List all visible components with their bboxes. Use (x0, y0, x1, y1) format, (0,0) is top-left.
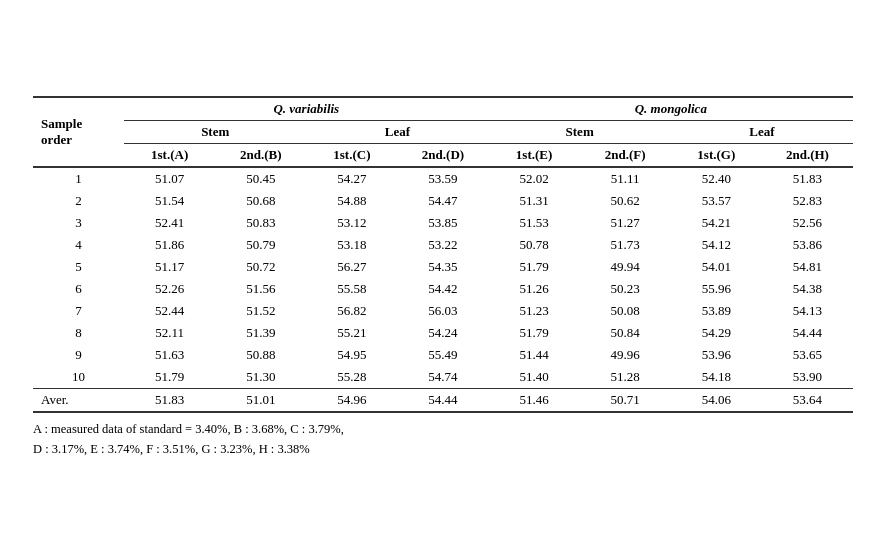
data-cell: 54.44 (762, 322, 853, 344)
data-cell: 53.90 (762, 366, 853, 389)
data-cell: 52.56 (762, 212, 853, 234)
data-cell: 54.24 (397, 322, 488, 344)
data-cell: 50.72 (215, 256, 306, 278)
data-cell: 54.47 (397, 190, 488, 212)
data-cell: 55.96 (671, 278, 762, 300)
data-cell: 55.21 (306, 322, 397, 344)
data-cell: 53.59 (397, 167, 488, 190)
sample-order-cell: 5 (33, 256, 124, 278)
col-F-header: 2nd.(F) (580, 144, 671, 168)
data-cell: 52.02 (489, 167, 580, 190)
data-cell: 50.88 (215, 344, 306, 366)
data-cell: 55.28 (306, 366, 397, 389)
data-cell: 51.40 (489, 366, 580, 389)
data-cell: 53.12 (306, 212, 397, 234)
data-cell: 55.49 (397, 344, 488, 366)
data-cell: 50.78 (489, 234, 580, 256)
col-H-header: 2nd.(H) (762, 144, 853, 168)
col-A-header: 1st.(A) (124, 144, 215, 168)
data-cell: 54.27 (306, 167, 397, 190)
sample-order-cell: 1 (33, 167, 124, 190)
data-cell: 54.42 (397, 278, 488, 300)
data-cell: 53.96 (671, 344, 762, 366)
data-cell: 53.18 (306, 234, 397, 256)
data-cell: 50.45 (215, 167, 306, 190)
variabilis-leaf-header: Leaf (306, 121, 488, 144)
data-cell: 50.79 (215, 234, 306, 256)
sample-order-cell: 9 (33, 344, 124, 366)
data-cell: 54.81 (762, 256, 853, 278)
mongolica-stem-header: Stem (489, 121, 671, 144)
data-cell: 51.79 (489, 256, 580, 278)
average-label: Aver. (33, 389, 124, 413)
data-cell: 51.07 (124, 167, 215, 190)
table-body: 151.0750.4554.2753.5952.0251.1152.4051.8… (33, 167, 853, 412)
data-table: Sampleorder Q. variabilis Q. mongolica S… (33, 96, 853, 413)
data-cell: 51.54 (124, 190, 215, 212)
col-C-header: 1st.(C) (306, 144, 397, 168)
header-row-sub: 1st.(A) 2nd.(B) 1st.(C) 2nd.(D) 1st.(E) … (33, 144, 853, 168)
footnote: A : measured data of standard = 3.40%, B… (33, 419, 853, 459)
data-cell: 51.39 (215, 322, 306, 344)
data-cell: 51.56 (215, 278, 306, 300)
data-cell: 50.62 (580, 190, 671, 212)
data-cell: 51.52 (215, 300, 306, 322)
data-cell: 54.95 (306, 344, 397, 366)
data-cell: 53.57 (671, 190, 762, 212)
data-cell: 51.79 (124, 366, 215, 389)
table-row: 1051.7951.3055.2854.7451.4051.2854.1853.… (33, 366, 853, 389)
data-cell: 52.40 (671, 167, 762, 190)
sample-order-cell: 4 (33, 234, 124, 256)
footnote-line2: D : 3.17%, E : 3.74%, F : 3.51%, G : 3.2… (33, 439, 853, 459)
data-cell: 54.18 (671, 366, 762, 389)
data-cell: 53.65 (762, 344, 853, 366)
data-cell: 51.83 (762, 167, 853, 190)
data-cell: 51.17 (124, 256, 215, 278)
data-cell: 51.79 (489, 322, 580, 344)
sample-order-cell: 8 (33, 322, 124, 344)
sample-order-cell: 2 (33, 190, 124, 212)
data-cell: 56.03 (397, 300, 488, 322)
variabilis-stem-header: Stem (124, 121, 306, 144)
average-cell: 51.83 (124, 389, 215, 413)
data-cell: 51.63 (124, 344, 215, 366)
data-cell: 54.29 (671, 322, 762, 344)
average-cell: 53.64 (762, 389, 853, 413)
data-cell: 54.38 (762, 278, 853, 300)
average-cell: 54.96 (306, 389, 397, 413)
data-cell: 53.85 (397, 212, 488, 234)
header-row-parts: Stem Leaf Stem Leaf (33, 121, 853, 144)
table-row: 951.6350.8854.9555.4951.4449.9653.9653.6… (33, 344, 853, 366)
table-row: 752.4451.5256.8256.0351.2350.0853.8954.1… (33, 300, 853, 322)
data-cell: 54.88 (306, 190, 397, 212)
data-cell: 52.44 (124, 300, 215, 322)
average-cell: 54.06 (671, 389, 762, 413)
species-mongolica-header: Q. mongolica (489, 97, 853, 121)
data-cell: 54.21 (671, 212, 762, 234)
main-container: Sampleorder Q. variabilis Q. mongolica S… (13, 76, 873, 479)
data-cell: 54.35 (397, 256, 488, 278)
table-row: 451.8650.7953.1853.2250.7851.7354.1253.8… (33, 234, 853, 256)
table-row: 352.4150.8353.1253.8551.5351.2754.2152.5… (33, 212, 853, 234)
data-cell: 50.08 (580, 300, 671, 322)
data-cell: 49.96 (580, 344, 671, 366)
data-cell: 52.83 (762, 190, 853, 212)
sample-order-cell: 6 (33, 278, 124, 300)
data-cell: 53.86 (762, 234, 853, 256)
data-cell: 54.13 (762, 300, 853, 322)
data-cell: 51.26 (489, 278, 580, 300)
table-row: 551.1750.7256.2754.3551.7949.9454.0154.8… (33, 256, 853, 278)
data-cell: 51.53 (489, 212, 580, 234)
data-cell: 52.11 (124, 322, 215, 344)
data-cell: 51.27 (580, 212, 671, 234)
data-cell: 51.44 (489, 344, 580, 366)
sample-order-cell: 7 (33, 300, 124, 322)
table-row: 151.0750.4554.2753.5952.0251.1152.4051.8… (33, 167, 853, 190)
average-row: Aver.51.8351.0154.9654.4451.4650.7154.06… (33, 389, 853, 413)
table-row: 652.2651.5655.5854.4251.2650.2355.9654.3… (33, 278, 853, 300)
data-cell: 53.89 (671, 300, 762, 322)
mongolica-leaf-header: Leaf (671, 121, 853, 144)
data-cell: 54.12 (671, 234, 762, 256)
data-cell: 51.31 (489, 190, 580, 212)
data-cell: 50.84 (580, 322, 671, 344)
